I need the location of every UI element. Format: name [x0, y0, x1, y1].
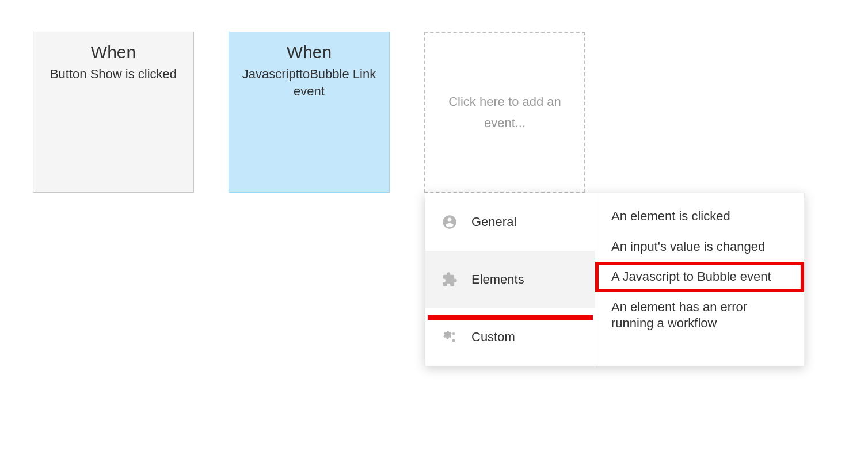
menu-category-elements[interactable]: Elements: [425, 251, 595, 308]
gears-icon: [441, 329, 458, 345]
workflow-events-row: When Button Show is clicked When Javascr…: [0, 0, 868, 224]
plugin-icon: [441, 272, 458, 288]
annotation-underline: [428, 315, 593, 320]
menu-item-js-to-bubble-event[interactable]: A Javascript to Bubble event: [595, 262, 804, 292]
menu-category-label: Custom: [471, 330, 515, 345]
add-event-button[interactable]: Click here to add an event...: [424, 32, 585, 193]
menu-item-label: A Javascript to Bubble event: [611, 269, 771, 284]
svg-point-0: [452, 339, 455, 342]
menu-category-label: Elements: [471, 272, 524, 287]
menu-item-label: An input's value is changed: [611, 239, 765, 254]
user-circle-icon: [441, 214, 458, 230]
menu-item-label: An element is clicked: [611, 209, 730, 223]
menu-items: An element is clicked An input's value i…: [595, 193, 804, 366]
menu-categories: General Elements Custom: [425, 193, 595, 366]
event-card-button-show[interactable]: When Button Show is clicked: [33, 32, 194, 193]
event-description: Button Show is clicked: [40, 66, 186, 83]
add-event-placeholder: Click here to add an event...: [425, 91, 584, 134]
event-card-js-to-bubble[interactable]: When JavascripttoBubble Link event: [229, 32, 390, 193]
svg-point-1: [452, 332, 455, 335]
menu-item-label: An element has an error running a workfl…: [611, 300, 747, 331]
event-when-label: When: [40, 43, 186, 62]
menu-item-element-clicked[interactable]: An element is clicked: [595, 201, 804, 232]
menu-item-input-changed[interactable]: An input's value is changed: [595, 232, 804, 262]
menu-category-general[interactable]: General: [425, 193, 595, 251]
event-description: JavascripttoBubble Link event: [236, 66, 382, 100]
menu-item-element-error[interactable]: An element has an error running a workfl…: [595, 292, 804, 339]
menu-category-label: General: [471, 215, 516, 230]
event-when-label: When: [236, 43, 382, 62]
event-type-menu: General Elements Custom An element is cl…: [425, 193, 805, 366]
